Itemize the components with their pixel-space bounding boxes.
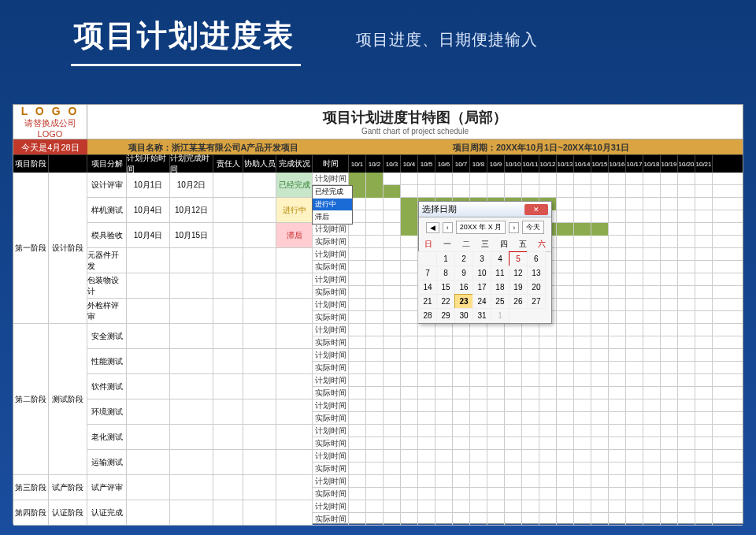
gantt-grid[interactable]: 第一阶段设计阶段设计评审10月1日10月2日已经完成计划时间实际时间样机测试10… [13, 173, 743, 526]
task-cell[interactable]: 模具验收 [87, 223, 127, 248]
current-month-label: 20XX 年 X 月 [456, 221, 506, 234]
calendar-day[interactable]: 30 [454, 308, 473, 323]
task-cell[interactable]: 性能测试 [87, 349, 127, 374]
calendar-day[interactable]: 18 [491, 280, 510, 295]
task-cell[interactable]: 运输测试 [87, 450, 127, 475]
calendar-day[interactable]: 15 [436, 280, 455, 295]
calendar-day[interactable]: 11 [491, 266, 510, 281]
calendar-day[interactable]: 23 [454, 294, 473, 309]
calendar-day[interactable]: 17 [472, 280, 491, 295]
status-cell[interactable] [276, 299, 313, 324]
close-icon[interactable]: ✕ [524, 204, 548, 215]
calendar-day[interactable]: 2 [454, 251, 473, 266]
spreadsheet: L O G O 请替换成公司LOGO 项目计划进度甘特图（局部） Gantt c… [13, 104, 743, 524]
phase-cell: 试产阶段 [49, 475, 87, 500]
status-cell[interactable]: 滞后 [276, 223, 313, 248]
logo-placeholder: L O G O 请替换成公司LOGO [13, 105, 87, 139]
task-cell[interactable]: 认证完成 [87, 500, 127, 526]
calendar-day[interactable]: 19 [509, 280, 528, 295]
status-cell[interactable] [276, 324, 313, 349]
calendar-day[interactable]: 24 [472, 294, 491, 309]
status-cell[interactable] [276, 349, 313, 374]
page-title: 项目计划进度表 [71, 13, 301, 66]
task-cell[interactable]: 环境测试 [87, 399, 127, 425]
task-cell[interactable]: 软件测试 [87, 374, 127, 399]
task-cell[interactable]: 设计评审 [87, 173, 127, 198]
calendar-day[interactable]: 27 [527, 294, 546, 309]
task-cell[interactable]: 老化测试 [87, 425, 127, 450]
chart-title-zh: 项目计划进度甘特图（局部） [87, 108, 743, 127]
task-cell[interactable]: 样机测试 [87, 198, 127, 223]
page-subtitle: 项目进度、日期便捷输入 [356, 29, 538, 50]
calendar-day[interactable]: 1 [436, 251, 455, 266]
project-name-label: 项目名称：浙江某某有限公司A产品开发项目 [87, 139, 339, 154]
status-cell[interactable] [276, 273, 313, 299]
status-cell[interactable] [276, 500, 313, 526]
status-cell[interactable] [276, 475, 313, 500]
status-cell[interactable] [276, 248, 313, 273]
calendar-day[interactable]: 22 [436, 294, 455, 309]
stage-cell: 第三阶段 [13, 475, 49, 500]
calendar-day[interactable]: 20 [527, 280, 546, 295]
next-month-button[interactable]: › [509, 222, 519, 233]
stage-cell: 第二阶段 [13, 324, 49, 475]
today-button[interactable]: 今天 [522, 221, 544, 234]
status-cell[interactable]: 已经完成 [276, 173, 313, 198]
calendar-day[interactable]: 9 [454, 266, 473, 281]
dropdown-option[interactable]: 已经完成 [313, 186, 352, 199]
calendar-day[interactable]: 28 [418, 308, 437, 323]
calendar-day[interactable]: 10 [472, 266, 491, 281]
stage-cell: 第四阶段 [13, 500, 49, 526]
calendar-day[interactable]: 14 [418, 280, 437, 295]
calendar-day[interactable]: 25 [491, 294, 510, 309]
date-picker[interactable]: 选择日期 ✕ ◀ ‹ 20XX 年 X 月 › 今天 日一二三四五六 12345… [418, 201, 552, 324]
calendar-day[interactable]: 16 [454, 280, 473, 295]
calendar-day[interactable]: 13 [527, 266, 546, 281]
dropdown-option[interactable]: 滞后 [313, 211, 352, 224]
column-header: 项目阶段项目分解计划开始时间计划完成时间责任人协助人员完成状况时间10/110/… [13, 155, 743, 173]
stage-cell: 第一阶段 [13, 173, 49, 324]
task-cell[interactable]: 试产评审 [87, 475, 127, 500]
calendar-day[interactable]: 4 [491, 251, 510, 266]
calendar-day[interactable]: 5 [509, 251, 528, 266]
calendar-day[interactable]: 3 [472, 251, 491, 266]
chart-title-en: Gantt chart of project schedule [87, 127, 743, 136]
logo-sub: 请替换成公司LOGO [13, 117, 87, 139]
phase-cell: 测试阶段 [49, 324, 87, 475]
logo-text: L O G O [13, 105, 87, 117]
phase-cell: 认证阶段 [49, 500, 87, 526]
phase-cell: 设计阶段 [49, 173, 87, 324]
weekday-header: 日一二三四五六 [419, 237, 551, 252]
page-banner: 项目计划进度表 项目进度、日期便捷输入 [0, 0, 756, 74]
prev-month-button[interactable]: ‹ [443, 222, 453, 233]
calendar-day[interactable]: 26 [509, 294, 528, 309]
task-cell[interactable]: 安全测试 [87, 324, 127, 349]
status-dropdown[interactable]: 已经完成进行中滞后 [312, 185, 353, 225]
calendar-day[interactable]: 7 [418, 266, 437, 281]
task-cell[interactable]: 外检样评审 [87, 299, 127, 324]
prev-year-button[interactable]: ◀ [426, 222, 439, 233]
project-period-label: 项目周期：20XX年10月1日~20XX年10月31日 [339, 139, 743, 154]
task-cell[interactable]: 包装物设计 [87, 273, 127, 299]
status-cell[interactable] [276, 450, 313, 475]
calendar-day[interactable]: 8 [436, 266, 455, 281]
today-label: 今天是4月28日 [13, 139, 87, 154]
status-cell[interactable] [276, 374, 313, 399]
calendar-day[interactable]: 6 [527, 251, 546, 266]
calendar-days[interactable]: 1234567891011121314151617181920212223242… [419, 252, 551, 323]
calendar-day[interactable]: 31 [472, 308, 491, 323]
dropdown-option[interactable]: 进行中 [313, 199, 352, 211]
date-picker-title: 选择日期 [422, 203, 457, 215]
status-cell[interactable] [276, 425, 313, 450]
task-cell[interactable]: 元器件开发 [87, 248, 127, 273]
chart-title: 项目计划进度甘特图（局部） Gantt chart of project sch… [87, 108, 743, 136]
status-cell[interactable] [276, 399, 313, 425]
calendar-day[interactable]: 29 [436, 308, 455, 323]
status-cell[interactable]: 进行中 [276, 198, 313, 223]
calendar-day[interactable]: 21 [418, 294, 437, 309]
calendar-day[interactable]: 12 [509, 266, 528, 281]
